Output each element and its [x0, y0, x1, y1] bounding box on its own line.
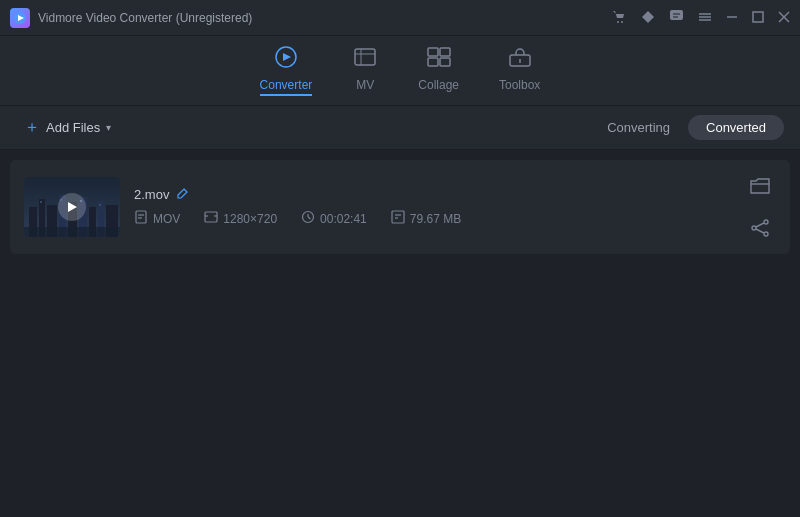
- open-folder-button[interactable]: [744, 170, 776, 202]
- file-thumbnail: [24, 177, 120, 237]
- svg-line-51: [308, 217, 311, 219]
- filesize-icon: [391, 210, 405, 227]
- add-files-label: Add Files: [46, 120, 100, 135]
- play-button[interactable]: [58, 193, 86, 221]
- svg-rect-5: [670, 10, 683, 20]
- add-files-button[interactable]: ＋ Add Files ▾: [16, 113, 119, 142]
- svg-line-58: [756, 223, 764, 227]
- converter-icon: [273, 46, 299, 74]
- title-bar: Vidmore Video Converter (Unregistered): [0, 0, 800, 36]
- tab-toolbox[interactable]: Toolbox: [499, 46, 540, 96]
- file-info: 2.mov MOV: [134, 187, 730, 227]
- clock-icon: [301, 210, 315, 227]
- file-format: MOV: [134, 210, 180, 227]
- close-icon[interactable]: [778, 11, 790, 25]
- file-name-row: 2.mov: [134, 187, 730, 202]
- svg-rect-37: [40, 201, 42, 203]
- svg-rect-46: [205, 212, 217, 222]
- svg-rect-40: [99, 204, 101, 206]
- svg-point-3: [621, 21, 623, 23]
- svg-rect-52: [392, 211, 404, 223]
- toolbar: ＋ Add Files ▾ Converting Converted: [0, 106, 800, 150]
- menu-icon[interactable]: [698, 10, 712, 26]
- file-item: 2.mov MOV: [10, 160, 790, 254]
- tab-mv[interactable]: MV: [352, 46, 378, 96]
- share-button[interactable]: [744, 212, 776, 244]
- title-bar-controls: [611, 9, 790, 27]
- file-size: 79.67 MB: [391, 210, 461, 227]
- nav-tabs: Converter MV Collage: [0, 36, 800, 106]
- svg-point-56: [752, 226, 756, 230]
- svg-rect-22: [428, 58, 438, 66]
- svg-rect-43: [136, 211, 146, 223]
- converted-tab[interactable]: Converted: [688, 115, 784, 140]
- chevron-down-icon: ▾: [106, 122, 111, 133]
- svg-marker-16: [283, 53, 291, 61]
- file-actions: [744, 170, 776, 244]
- resolution-icon: [204, 210, 218, 227]
- chat-icon[interactable]: [669, 9, 684, 26]
- format-icon: [134, 210, 148, 227]
- format-value: MOV: [153, 212, 180, 226]
- tab-converter[interactable]: Converter: [260, 46, 313, 96]
- plus-icon: ＋: [24, 117, 40, 138]
- svg-point-55: [764, 220, 768, 224]
- diamond-icon[interactable]: [641, 10, 655, 26]
- file-duration: 00:02:41: [301, 210, 367, 227]
- resolution-value: 1280×720: [223, 212, 277, 226]
- tab-collage[interactable]: Collage: [418, 46, 459, 96]
- toolbox-icon: [507, 46, 533, 74]
- toolbox-label: Toolbox: [499, 78, 540, 92]
- svg-point-57: [764, 232, 768, 236]
- maximize-icon[interactable]: [752, 11, 764, 25]
- collage-label: Collage: [418, 78, 459, 92]
- converting-tab[interactable]: Converting: [599, 116, 678, 139]
- app-title: Vidmore Video Converter (Unregistered): [38, 11, 252, 25]
- edit-icon[interactable]: [177, 187, 189, 202]
- svg-rect-23: [440, 58, 450, 66]
- svg-rect-17: [355, 49, 375, 65]
- file-name: 2.mov: [134, 187, 169, 202]
- file-resolution: 1280×720: [204, 210, 277, 227]
- duration-value: 00:02:41: [320, 212, 367, 226]
- svg-rect-21: [440, 48, 450, 56]
- svg-rect-41: [24, 227, 120, 237]
- content-area: 2.mov MOV: [0, 150, 800, 517]
- svg-rect-20: [428, 48, 438, 56]
- svg-rect-12: [753, 12, 763, 22]
- title-bar-left: Vidmore Video Converter (Unregistered): [10, 8, 252, 28]
- mv-icon: [352, 46, 378, 74]
- cart-icon[interactable]: [611, 9, 627, 27]
- svg-marker-4: [642, 11, 654, 23]
- minimize-icon[interactable]: [726, 11, 738, 25]
- svg-marker-42: [68, 202, 77, 212]
- file-meta: MOV 1280×720: [134, 210, 730, 227]
- svg-point-2: [617, 21, 619, 23]
- collage-icon: [426, 46, 452, 74]
- app-logo: [10, 8, 30, 28]
- mv-label: MV: [356, 78, 374, 92]
- filesize-value: 79.67 MB: [410, 212, 461, 226]
- svg-line-59: [756, 229, 764, 233]
- converter-label: Converter: [260, 78, 313, 92]
